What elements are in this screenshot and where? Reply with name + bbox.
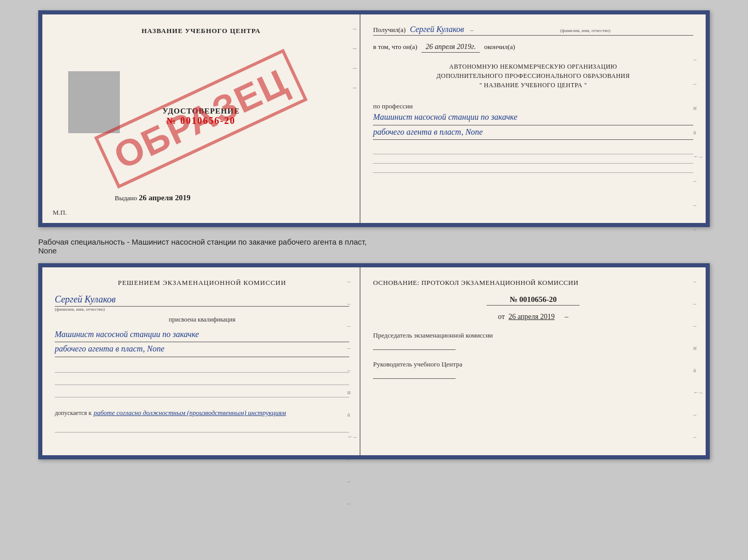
- ann-dash-1: –: [693, 56, 703, 63]
- bottom-sep-lines2: [55, 425, 349, 433]
- ann-dash-3: ←–: [693, 153, 703, 161]
- b-ann-6: ←–: [347, 433, 356, 441]
- vtom-line: в том, что он(а) 26 апреля 2019г. окончи…: [373, 43, 693, 53]
- ann-а: а: [693, 129, 703, 136]
- bottom-document: Решением экзаменационной комиссии Сергей…: [38, 263, 710, 459]
- dash-1: –: [353, 25, 356, 33]
- ann-dash-2: –: [693, 80, 703, 88]
- top-doc-left: НАЗВАНИЕ УЧЕБНОГО ЦЕНТРА УДОСТОВЕРЕНИЕ №…: [42, 14, 361, 223]
- dash-4: –: [353, 84, 356, 92]
- left-panel-dashes: – – – –: [353, 25, 356, 92]
- b-ann-а: а: [347, 411, 356, 419]
- sep-2: [55, 378, 349, 385]
- kvalif-line2: рабочего агента в пласт, None: [55, 342, 349, 357]
- rb-ann-2: –: [693, 300, 703, 308]
- prisvoena-label: присвоена квалификация: [55, 316, 349, 324]
- vtom-date: 26 апреля 2019г.: [422, 43, 480, 53]
- predsedatel-signature-line: [373, 340, 456, 350]
- sep-3: [55, 390, 349, 397]
- org-line3: " НАЗВАНИЕ УЧЕБНОГО ЦЕНТРА ": [373, 81, 693, 90]
- org-block: АВТОНОМНУЮ НЕКОММЕРЧЕСКУЮ ОРГАНИЗАЦИЮ ДО…: [373, 62, 693, 90]
- protokol-num: № 0010656-20: [487, 295, 580, 306]
- b-ann-5: –: [347, 366, 356, 374]
- photo-placeholder: [68, 71, 120, 133]
- udostoverenie-block: УДОСТОВЕРЕНИЕ № 0010656-20: [162, 107, 240, 126]
- b-ann-и: и: [347, 389, 356, 396]
- sep-1: [55, 365, 349, 373]
- rb-ann-5: –: [693, 411, 703, 419]
- rb-ann-и: и: [693, 344, 703, 352]
- rb-ann-6: –: [693, 433, 703, 441]
- profession-block: по профессии Машинист насосной станции п…: [373, 98, 693, 140]
- rb-ann-3: –: [693, 322, 703, 330]
- profession-line1: Машинист насосной станции по закачке: [373, 110, 693, 125]
- poluchil-label: Получил(а): [373, 26, 406, 34]
- poluchil-line: Получил(а) Сергей Кулаков – (фамилия, им…: [373, 25, 693, 36]
- dopusk-value: работе согласно должностным (производств…: [93, 409, 286, 417]
- bottom-doc-right: Основание: протокол экзаменационной коми…: [361, 267, 706, 455]
- dash-sep-3: [373, 166, 693, 173]
- right-dash-lines: [373, 147, 693, 173]
- right-annotations: – – и а ←– – – –: [693, 56, 703, 233]
- date-dash: –: [565, 313, 568, 321]
- dash-sep-2: [373, 156, 693, 164]
- dopusk-block: допускается к работе согласно должностны…: [55, 408, 349, 417]
- familiya-hint: (фамилия, имя, отчество): [477, 28, 693, 33]
- b-ann-4: –: [347, 344, 356, 352]
- kvalif-line1: Машинист насосной станции по закачке: [55, 328, 349, 343]
- rukovoditel-block: Руководитель учебного Центра: [373, 360, 693, 381]
- vtom-label: в том, что он(а): [373, 43, 417, 51]
- ann-dash-5: –: [693, 201, 703, 209]
- subtitle-line1: Рабочая специальность - Машинист насосно…: [38, 237, 367, 246]
- b-ann-7: –: [347, 455, 356, 463]
- rb-ann-7: –: [693, 455, 703, 463]
- b-ann-3: –: [347, 322, 356, 330]
- predsedatel-label: Председатель экзаменационной комиссии: [373, 331, 693, 340]
- b-ann-8: –: [347, 477, 356, 485]
- b-ann-1: –: [347, 278, 356, 285]
- familiya-subtext-bottom: (фамилия, имя, отчество): [55, 307, 349, 312]
- ann-dash-4: –: [693, 177, 703, 185]
- top-document: НАЗВАНИЕ УЧЕБНОГО ЦЕНТРА УДОСТОВЕРЕНИЕ №…: [38, 10, 710, 227]
- org-line1: АВТОНОМНУЮ НЕКОММЕРЧЕСКУЮ ОРГАНИЗАЦИЮ: [373, 62, 693, 71]
- signature-block: Председатель экзаменационной комиссии Ру…: [373, 331, 693, 381]
- mp-label: М.П.: [53, 209, 67, 217]
- dash-2: –: [353, 44, 356, 53]
- subtitle-line2: None: [38, 246, 57, 255]
- rukovoditel-signature-line: [373, 369, 456, 379]
- vydano-date: 26 апреля 2019: [139, 194, 191, 202]
- subtitle-block: Рабочая специальность - Машинист насосно…: [38, 235, 710, 255]
- dopusk-label: допускается к: [55, 409, 91, 417]
- date-ot-value: 26 апреля 2019: [509, 313, 555, 321]
- komissia-title: Решением экзаменационной комиссии: [55, 278, 349, 288]
- ann-dash-6: –: [693, 226, 703, 233]
- familiya-label: –: [470, 26, 473, 34]
- bottom-doc-left: Решением экзаменационной комиссии Сергей…: [42, 267, 361, 455]
- b-ann-2: –: [347, 300, 356, 308]
- ann-и: и: [693, 104, 703, 112]
- dash-3: –: [353, 64, 356, 72]
- date-from-block: от 26 апреля 2019 –: [373, 313, 693, 321]
- udostoverenie-label: УДОСТОВЕРЕНИЕ: [162, 107, 240, 116]
- person-block: Сергей Кулаков (фамилия, имя, отчество): [55, 294, 349, 312]
- poluchil-value: Сергей Кулаков: [410, 25, 464, 34]
- rukovoditel-label: Руководитель учебного Центра: [373, 360, 693, 369]
- date-ot-label: от: [498, 313, 505, 321]
- b-ann-9: –: [347, 500, 356, 507]
- predsedatel-block: Председатель экзаменационной комиссии: [373, 331, 693, 352]
- vydano-block: Выдано 26 апреля 2019: [115, 194, 191, 202]
- sep-4: [55, 425, 349, 433]
- vydano-label: Выдано: [115, 194, 137, 202]
- okonchil-label: окончил(а): [484, 43, 515, 51]
- org-line2: ДОПОЛНИТЕЛЬНОГО ПРОФЕССИОНАЛЬНОГО ОБРАЗО…: [373, 71, 693, 81]
- kvalif-block: Машинист насосной станции по закачке раб…: [55, 328, 349, 357]
- right-bottom-annotations: – – – и а ←– – – –: [693, 278, 703, 463]
- rb-ann-а: а: [693, 366, 703, 374]
- top-doc-right: Получил(а) Сергей Кулаков – (фамилия, им…: [361, 14, 706, 223]
- udostoverenie-num: № 0010656-20: [162, 116, 240, 126]
- left-bottom-annotations: – – – – – и а ←– – – –: [347, 278, 356, 507]
- profession-label: по профессии: [373, 102, 693, 110]
- center-title-top: НАЗВАНИЕ УЧЕБНОГО ЦЕНТРА: [142, 27, 261, 35]
- osnovanie-label: Основание: протокол экзаменационной коми…: [373, 278, 693, 288]
- dash-sep-1: [373, 147, 693, 154]
